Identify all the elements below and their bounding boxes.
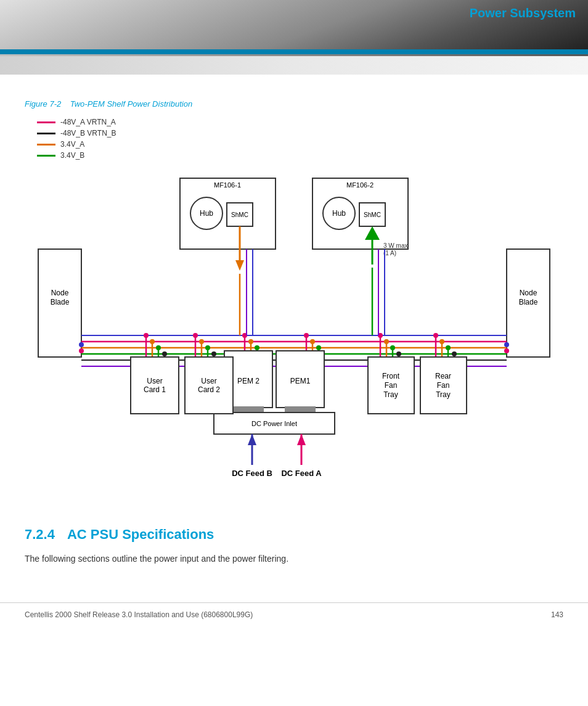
svg-point-4 [193, 333, 198, 338]
annotation-3w: 3 W max [383, 242, 407, 249]
section-number: 7.2.4 [25, 527, 55, 543]
node-blade-left-label: Node [51, 289, 69, 297]
svg-point-21 [452, 351, 457, 356]
svg-point-19 [439, 339, 444, 344]
svg-point-16 [390, 345, 395, 350]
svg-point-6 [205, 345, 210, 350]
legend-label-3: 3.4V_A [60, 140, 84, 149]
mf106-1-label: MF106-1 [214, 181, 241, 189]
page-footer: Centellis 2000 Shelf Release 3.0 Install… [0, 602, 588, 626]
header-blue-stripe [0, 49, 588, 54]
svg-point-3 [162, 351, 167, 356]
legend-item-3: 3.4V_A [37, 140, 563, 149]
svg-point-12 [310, 339, 315, 344]
mf106-1-shmc-label: ShMC [231, 211, 248, 218]
dot-left-blue [79, 342, 84, 347]
svg-point-10 [255, 345, 259, 350]
svg-point-13 [316, 345, 321, 350]
rear-fan-tray-label: Rear [435, 372, 451, 380]
section-heading: 7.2.4 AC PSU Specifications [25, 508, 563, 543]
legend-item-1: -48V_A VRTN_A [37, 118, 563, 126]
power-distribution-diagram: Node Blade Node Blade MF106-1 Hub ShMC M… [32, 169, 556, 490]
rear-fan-tray-label3: Tray [436, 390, 451, 399]
pem2-label: PEM 2 [237, 377, 259, 385]
dot-left-pink [79, 348, 84, 353]
mf106-2-shmc-label: ShMC [364, 211, 381, 218]
legend-line-3 [37, 144, 55, 146]
section-title: AC PSU Specifications [67, 527, 214, 543]
figure-title: Figure 7-2 Two-PEM Shelf Power Distribut… [25, 99, 563, 109]
svg-point-2 [156, 345, 161, 350]
dc-power-inlet-label: DC Power Inlet [251, 420, 297, 427]
legend-label-1: -48V_A VRTN_A [60, 118, 116, 126]
mf106-1-hub-label: Hub [200, 209, 213, 218]
node-blade-left-label2: Blade [51, 298, 70, 306]
legend-label-2: -48V_B VRTN_B [60, 129, 116, 138]
front-fan-tray-label: Front [382, 372, 400, 380]
svg-point-0 [144, 333, 149, 338]
svg-point-17 [396, 351, 401, 356]
svg-point-18 [433, 333, 438, 338]
page-header: Power Subsystem [0, 0, 588, 49]
user-card-1-label: User [147, 377, 162, 385]
footer-left: Centellis 2000 Shelf Release 3.0 Install… [25, 610, 253, 619]
legend-line-1 [37, 121, 55, 123]
legend-line-4 [37, 155, 55, 157]
node-blade-right-label: Node [520, 289, 537, 297]
annotation-1a: (1 A) [383, 250, 396, 257]
front-fan-tray-label2: Fan [385, 381, 398, 390]
rear-fan-tray-label2: Fan [437, 381, 450, 390]
legend-item-4: 3.4V_B [37, 151, 563, 160]
user-card-2-label: User [201, 377, 216, 385]
dc-feed-b-arrow [248, 434, 256, 445]
decorative-band [0, 56, 588, 75]
legend-line-2 [37, 133, 55, 134]
dc-feed-b-label: DC Feed B [232, 469, 272, 478]
section-724: 7.2.4 AC PSU Specifications The followin… [25, 508, 563, 565]
svg-point-1 [150, 339, 155, 344]
pem2-connector [233, 406, 264, 413]
legend-item-2: -48V_B VRTN_B [37, 129, 563, 138]
pem1-connector [285, 406, 316, 413]
orange-arrow-mf1 [235, 260, 244, 271]
mf106-2-hub-label: Hub [332, 209, 346, 218]
main-content: Figure 7-2 Two-PEM Shelf Power Distribut… [0, 75, 588, 578]
legend-label-4: 3.4V_B [60, 151, 84, 160]
section-text: The following sections outline the power… [25, 552, 563, 565]
user-card-2-label2: Card 2 [198, 385, 220, 394]
dc-feed-a-arrow [297, 434, 306, 445]
dot-right-blue [504, 342, 509, 347]
dc-feed-a-label: DC Feed A [281, 469, 322, 478]
svg-point-15 [384, 339, 389, 344]
node-blade-right-label2: Blade [519, 298, 538, 306]
svg-point-20 [446, 345, 451, 350]
pem1-label: PEM1 [290, 377, 311, 385]
user-card-1-label2: Card 1 [144, 385, 166, 394]
front-fan-tray-label3: Tray [383, 390, 398, 399]
header-title: Power Subsystem [470, 6, 576, 20]
svg-point-9 [248, 339, 253, 344]
svg-point-11 [304, 333, 309, 338]
svg-point-7 [211, 351, 216, 356]
legend: -48V_A VRTN_A -48V_B VRTN_B 3.4V_A 3.4V_… [37, 118, 563, 160]
mf106-2-label: MF106-2 [346, 181, 374, 189]
footer-right: 143 [551, 610, 563, 619]
svg-point-5 [199, 339, 204, 344]
dot-right-pink [504, 348, 509, 353]
